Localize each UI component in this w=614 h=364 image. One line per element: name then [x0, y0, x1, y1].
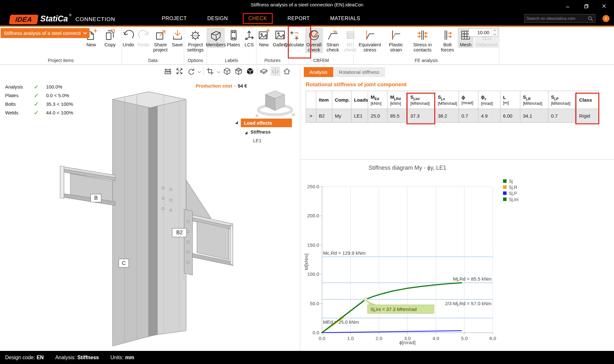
strain-check-button[interactable]: % Strain check	[324, 28, 342, 53]
menu-design[interactable]: DESIGN	[205, 14, 230, 23]
cell-comp: My	[332, 109, 351, 123]
tab-rotational-stiffness[interactable]: Rotational stiffness	[333, 67, 385, 77]
maximize-icon	[584, 4, 588, 8]
legend-swatch	[503, 197, 507, 201]
clip-plane-icon	[260, 67, 268, 75]
button-label: Stress in contacts	[409, 42, 436, 52]
search-input[interactable]	[526, 16, 587, 21]
undo-button[interactable]: Undo	[122, 28, 136, 48]
overall-check-button[interactable]: Overall check	[305, 28, 323, 53]
spinner-up-icon[interactable]	[493, 30, 496, 32]
member-label-b2[interactable]: B2	[172, 228, 187, 237]
svg-text:150.0: 150.0	[307, 242, 319, 248]
button-label: Mesh	[460, 42, 472, 47]
logo-statica-text: StatiCa	[40, 14, 68, 23]
search-box[interactable]	[524, 14, 595, 23]
table-row[interactable]: > B2 My LE1 25.0 85.5 37.3 38.2 0.7 4.9 …	[306, 109, 599, 123]
clip-plane-button[interactable]	[259, 66, 269, 76]
crop-options-chevron-icon[interactable]	[217, 70, 220, 73]
redo-button: Redo	[137, 28, 151, 48]
menu-check[interactable]: CHECK	[246, 14, 270, 23]
tree-item-le1[interactable]: LE1	[253, 138, 262, 143]
spinner-arrows	[491, 28, 498, 36]
rotate-view-button[interactable]	[186, 66, 196, 76]
minimize-button[interactable]	[562, 2, 573, 10]
viewport-toolbar	[0, 66, 300, 77]
members-labels-button[interactable]: Members	[207, 28, 225, 48]
menu-materials[interactable]: MATERIALS	[327, 14, 363, 23]
new-picture-button[interactable]: New	[256, 28, 271, 48]
stiffness-chart: 0.01.02.03.04.05.06.00.050.0100.0150.020…	[300, 159, 614, 351]
project-settings-button[interactable]: </> Project settings	[184, 28, 207, 53]
tree-item-stiffness[interactable]: Stiffness	[250, 129, 271, 135]
stiffness-table-wrap: Item Comp. Loads MEd[kNm] Mj,Rd[kNm] Sj,…	[306, 91, 599, 123]
fit-view-icon	[176, 67, 183, 75]
legend-label: Sj,P	[509, 191, 517, 196]
menu-project[interactable]: PROJECT	[159, 14, 189, 23]
member-label-b[interactable]: B	[91, 194, 101, 202]
share-project-button[interactable]: Share project	[152, 28, 169, 53]
group-label-cbfem: CBFEM	[289, 58, 353, 64]
button-label: Members	[206, 42, 226, 47]
maximize-button[interactable]	[581, 2, 592, 10]
copy-project-button[interactable]: Copy	[101, 28, 119, 48]
button-label: New	[86, 42, 96, 47]
row-expander[interactable]: >	[306, 109, 316, 123]
minimize-icon	[566, 4, 570, 8]
solid-view-button[interactable]	[245, 66, 255, 76]
group-label-project-items: Project items	[0, 58, 122, 64]
lcs-button[interactable]: LCS	[242, 28, 256, 48]
tree-expander-icon[interactable]	[235, 121, 238, 124]
svg-text:0.0: 0.0	[312, 330, 319, 335]
cell-item: B2	[316, 109, 332, 123]
svg-text:Mj,Rd = 85.5 kNm: Mj,Rd = 85.5 kNm	[453, 276, 492, 282]
shaded-view-button[interactable]	[234, 66, 243, 76]
group-label-options: Options	[184, 58, 207, 64]
scale-spinner[interactable]: 10.00	[468, 28, 498, 37]
bolt-forces-button[interactable]: Bolt forces	[438, 28, 457, 53]
logo-idea-text: IDEA	[15, 16, 33, 23]
stress-in-contacts-button[interactable]: Stress in contacts	[408, 28, 437, 53]
member-beam-icon	[209, 28, 223, 42]
home-view-button[interactable]	[282, 66, 292, 76]
info-icon[interactable]: i	[602, 15, 610, 22]
strain-check-icon: %	[326, 28, 340, 42]
undo-icon	[122, 28, 135, 42]
gear-icon: </>	[189, 28, 202, 42]
svg-text:2/3 Mj,Rd = 57.0 kNm: 2/3 Mj,Rd = 57.0 kNm	[445, 301, 492, 306]
equivalent-stress-button[interactable]: Equivalent stress	[356, 28, 384, 53]
ribbon-group-cbfem: Calculate Overall check % Strain check R…	[289, 27, 354, 64]
stiffness-chart-card: 0.01.02.03.04.05.06.00.050.0100.0150.020…	[300, 159, 614, 351]
close-button[interactable]	[599, 2, 610, 10]
rotate-options-chevron-icon[interactable]	[198, 70, 201, 73]
member-label-c[interactable]: C	[119, 259, 129, 267]
view-cube[interactable]	[254, 86, 296, 119]
tab-analysis[interactable]: Analysis	[304, 67, 333, 77]
button-label: Deformed	[476, 42, 497, 47]
check-highlight-frame	[243, 13, 273, 24]
overall-check-icon	[307, 28, 321, 42]
col-mjrd: Mj,Rd[kNm]	[388, 91, 408, 109]
save-button[interactable]: Save	[170, 28, 185, 48]
col-sjp: Sj,P[MNm/rad]	[548, 91, 577, 109]
calculate-button[interactable]: Calculate	[284, 28, 304, 48]
spinner-down-icon[interactable]	[493, 33, 496, 35]
crop-view-button[interactable]	[205, 66, 215, 76]
plates-labels-button[interactable]: Plates	[226, 28, 241, 48]
idea-logo: IDEA	[9, 15, 38, 24]
tree-expander-icon[interactable]	[245, 131, 248, 134]
tree-item-load-effects[interactable]: Load effects	[241, 119, 292, 127]
wireframe-view-button[interactable]	[222, 66, 232, 76]
plastic-strain-button[interactable]: Plastic strain	[385, 28, 407, 53]
svg-text:MEd = 25.0 kNm: MEd = 25.0 kNm	[323, 319, 359, 325]
button-label: Bolt forces	[439, 42, 456, 52]
col-sjs: Sj,s[MNm/rad]	[435, 91, 459, 109]
svg-text:200.0: 200.0	[307, 213, 319, 218]
project-selector-dropdown[interactable]: Stiffness analysis of a steel connecti	[1, 28, 90, 38]
menu-report[interactable]: REPORT	[285, 14, 312, 23]
fit-view-button[interactable]	[175, 66, 184, 76]
measure-button[interactable]	[163, 66, 173, 76]
chart-legend: SjSj,RSj,PSj,ini	[503, 178, 518, 202]
wire-cube-icon	[223, 67, 231, 75]
cell-phic: 4.9	[478, 109, 500, 123]
